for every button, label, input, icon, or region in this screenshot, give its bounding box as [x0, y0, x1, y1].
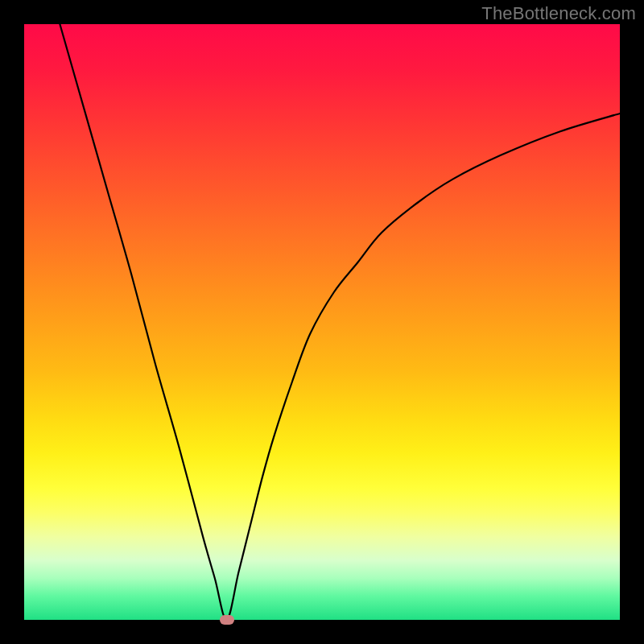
curve-path	[60, 24, 620, 620]
plot-area	[24, 24, 620, 620]
bottleneck-curve	[24, 24, 620, 620]
watermark-text: TheBottleneck.com	[481, 3, 636, 24]
chart-frame: TheBottleneck.com	[0, 0, 644, 644]
